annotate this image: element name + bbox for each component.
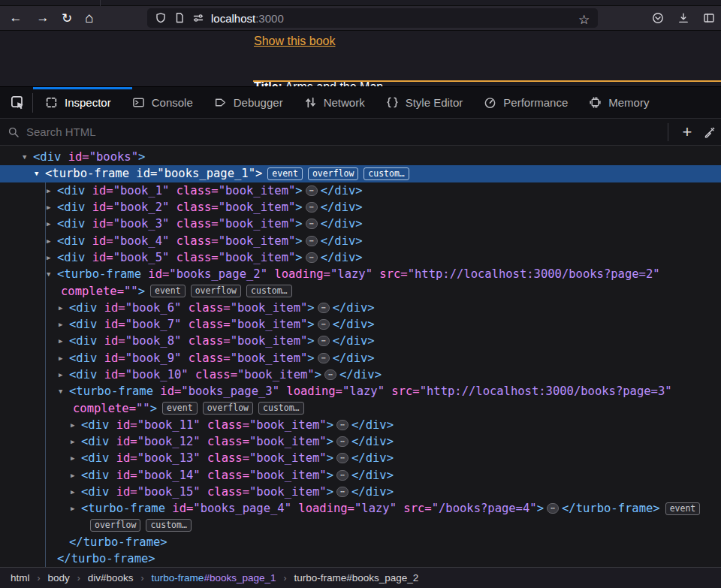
markup-row[interactable]: ▶<div id="book_15" class="book_item">⋯</… [0,484,721,500]
eyedropper-button[interactable] [698,121,721,143]
tab-style-editor[interactable]: Style Editor [376,87,474,118]
markup-row-continuation[interactable]: overflowcustom… [0,517,721,534]
markup-view[interactable]: ▼<div id="books">▼<turbo-frame id="books… [0,146,721,567]
badge-overflow[interactable]: overflow [191,285,241,297]
expand-arrow-icon[interactable]: ▶ [71,454,81,462]
tab-memory[interactable]: Memory [578,87,659,118]
collapsed-content-icon[interactable]: ⋯ [547,503,559,514]
expand-arrow-icon[interactable]: ▶ [59,354,69,362]
collapsed-content-icon[interactable]: ⋯ [306,252,318,263]
pocket-icon[interactable] [652,12,664,24]
badge-custom[interactable]: custom… [258,402,303,415]
url-text[interactable]: localhost:3000 [211,12,572,25]
expand-arrow-icon[interactable]: ▶ [59,321,69,328]
breadcrumb-turbo-frame#books_page_2[interactable]: turbo-frame#books_page_2 [291,571,421,585]
markup-row[interactable]: ▶<div id="book_2" class="book_item">⋯</d… [0,199,721,216]
collapsed-content-icon[interactable]: ⋯ [336,436,348,447]
expand-arrow-icon[interactable]: ▶ [71,421,81,429]
collapsed-content-icon[interactable]: ⋯ [318,336,330,346]
markup-row[interactable]: ▼<turbo-frame id="books_page_3" loading=… [0,383,721,400]
collapsed-content-icon[interactable]: ⋯ [318,319,330,330]
markup-row[interactable]: ▼<turbo-frame id="books_page_2" loading=… [0,266,721,282]
markup-row[interactable]: ▶<div id="book_7" class="book_item">⋯</d… [0,316,721,333]
expand-arrow-icon[interactable]: ▶ [59,337,69,345]
markup-row[interactable]: ▶<div id="book_4" class="book_item">⋯</d… [0,232,721,249]
collapsed-content-icon[interactable]: ⋯ [336,453,348,463]
expand-arrow-icon[interactable]: ▶ [71,472,81,479]
markup-row[interactable]: ▶<div id="book_5" class="book_item">⋯</d… [0,249,721,266]
site-info-icon[interactable] [173,12,186,24]
collapsed-content-icon[interactable]: ⋯ [336,487,348,497]
markup-row[interactable]: ▶<div id="book_14" class="book_item">⋯</… [0,467,721,484]
breadcrumb-html[interactable]: html [8,571,33,585]
badge-event[interactable]: event [267,167,303,180]
expand-arrow-icon[interactable]: ▶ [71,505,81,512]
badge-overflow[interactable]: overflow [308,167,358,180]
create-node-button[interactable]: + [676,121,698,143]
collapsed-content-icon[interactable]: ⋯ [306,202,318,213]
tab-debugger[interactable]: Debugger [204,87,294,118]
collapsed-content-icon[interactable]: ⋯ [306,236,318,246]
badge-custom[interactable]: custom… [364,167,409,180]
collapsed-content-icon[interactable]: ⋯ [306,219,318,229]
markup-row[interactable]: </turbo-frame> [0,550,721,567]
markup-row[interactable]: </turbo-frame> [0,534,721,550]
badge-event[interactable]: event [162,402,198,415]
breadcrumb-turbo-frame#books_page_1[interactable]: turbo-frame#books_page_1 [149,571,279,585]
expand-arrow-icon[interactable]: ▶ [47,254,57,261]
tab-network[interactable]: Network [294,87,376,118]
markup-row[interactable]: ▶<div id="book_1" class="book_item">⋯</d… [0,182,721,199]
markup-row[interactable]: ▶<turbo-frame id="books_page_4" loading=… [0,500,721,517]
tab-console[interactable]: Console [122,87,204,118]
collapsed-content-icon[interactable]: ⋯ [336,470,348,481]
tab-inspector[interactable]: Inspector [35,87,122,118]
expand-arrow-icon[interactable]: ▶ [47,204,57,211]
tab-performance[interactable]: Performance [473,87,578,118]
markup-row[interactable]: ▶<div id="book_6" class="book_item">⋯</d… [0,300,721,316]
expand-arrow-icon[interactable]: ▶ [47,237,57,245]
show-this-book-link[interactable]: Show this book [254,35,336,48]
collapse-arrow-icon[interactable]: ▼ [35,170,45,177]
badge-event[interactable]: event [665,502,701,515]
collapsed-content-icon[interactable]: ⋯ [318,303,330,313]
markup-row-continuation[interactable]: complete="">eventoverflowcustom… [0,282,721,299]
badge-event[interactable]: event [150,285,186,297]
markup-row[interactable]: ▶<div id="book_8" class="book_item">⋯</d… [0,333,721,349]
downloads-icon[interactable] [677,12,689,24]
markup-row[interactable]: ▶<div id="book_12" class="book_item">⋯</… [0,433,721,450]
markup-row[interactable]: ▶<div id="book_9" class="book_item">⋯</d… [0,350,721,366]
markup-row[interactable]: ▶<div id="book_11" class="book_item">⋯</… [0,417,721,433]
markup-row[interactable]: ▶<div id="book_10" class="book_item">⋯</… [0,366,721,383]
collapsed-content-icon[interactable]: ⋯ [318,353,330,363]
expand-arrow-icon[interactable]: ▶ [71,488,81,496]
back-button[interactable]: ← [5,8,27,29]
collapsed-content-icon[interactable]: ⋯ [324,369,336,380]
badge-overflow[interactable]: overflow [90,519,140,532]
search-input[interactable] [25,125,668,139]
expand-arrow-icon[interactable]: ▶ [71,438,81,445]
bookmark-star-icon[interactable]: ☆ [578,12,590,24]
breadcrumb-body[interactable]: body [45,571,73,585]
sidebar-icon[interactable] [703,12,715,24]
badge-overflow[interactable]: overflow [203,402,253,415]
badge-custom[interactable]: custom… [146,519,191,532]
permissions-icon[interactable] [192,12,204,24]
collapse-arrow-icon[interactable]: ▼ [47,270,57,278]
markup-row[interactable]: ▶<div id="book_13" class="book_item">⋯</… [0,450,721,466]
markup-row-continuation[interactable]: complete="">eventoverflowcustom… [0,400,721,416]
expand-arrow-icon[interactable]: ▶ [47,220,57,228]
markup-row[interactable]: ▶<div id="book_3" class="book_item">⋯</d… [0,216,721,232]
collapsed-content-icon[interactable]: ⋯ [336,420,348,430]
shield-icon[interactable] [155,12,167,24]
forward-button[interactable]: → [32,8,54,29]
home-button[interactable]: ⌂ [78,8,101,29]
collapse-arrow-icon[interactable]: ▼ [23,153,33,161]
markup-row[interactable]: ▼<div id="books"> [0,149,721,165]
reload-button[interactable]: ↻ [56,8,78,29]
markup-row[interactable]: ▼<turbo-frame id="books_page_1">eventove… [0,165,721,182]
expand-arrow-icon[interactable]: ▶ [59,371,69,378]
breadcrumb-div#books[interactable]: div#books [85,571,137,585]
collapsed-content-icon[interactable]: ⋯ [306,185,318,196]
url-bar[interactable]: localhost:3000 ☆ [147,8,598,28]
expand-arrow-icon[interactable]: ▶ [59,304,69,312]
